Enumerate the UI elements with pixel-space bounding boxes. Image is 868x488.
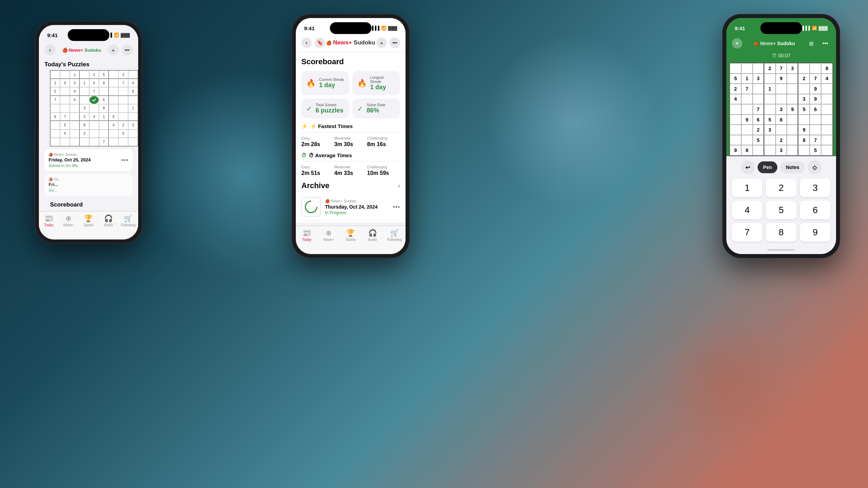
p3-cell-6-7[interactable] (810, 125, 821, 135)
phone3-notes-button[interactable]: Notes (780, 161, 805, 173)
p3-cell-1-1[interactable]: 1 (741, 74, 753, 84)
phone2-tab-following[interactable]: 🛒 Following (387, 229, 402, 242)
p3-cell-7-0[interactable] (730, 135, 741, 145)
phone3-erase-button[interactable]: ◇ (808, 160, 821, 174)
phone2-more-button[interactable]: ••• (390, 37, 400, 48)
p3-cell-5-2[interactable]: 6 (753, 115, 764, 125)
p3-cell-5-1[interactable]: 9 (741, 115, 753, 125)
p3-cell-7-6[interactable]: 8 (798, 135, 810, 145)
p3-cell-2-8[interactable] (821, 84, 833, 94)
p3-cell-8-3[interactable] (764, 145, 776, 155)
phone2-back-button[interactable]: ‹ (301, 37, 312, 48)
p3-cell-4-6[interactable]: 5 (798, 104, 810, 115)
p3-cell-3-4[interactable] (776, 94, 787, 104)
p3-cell-6-2[interactable]: 2 (753, 125, 764, 135)
p3-cell-6-4[interactable] (776, 125, 787, 135)
p3-cell-3-5[interactable] (787, 94, 798, 104)
p3-cell-3-6[interactable]: 3 (798, 94, 810, 104)
phone1-add-button[interactable]: + (108, 44, 119, 56)
p3-cell-1-7[interactable]: 7 (810, 74, 821, 84)
p3-cell-2-1[interactable]: 7 (741, 84, 753, 94)
p3-cell-4-7[interactable]: 6 (810, 104, 821, 115)
p3-cell-4-3[interactable] (764, 104, 776, 115)
archive-chevron-icon[interactable]: › (398, 182, 400, 190)
p3-cell-0-0[interactable] (730, 63, 741, 74)
p3-cell-1-5[interactable] (787, 74, 798, 84)
phone2-bookmark-button[interactable]: 🔖 (315, 37, 325, 48)
p3-cell-3-1[interactable] (741, 94, 753, 104)
p3-cell-2-2[interactable] (753, 84, 764, 94)
phone3-undo-button[interactable]: ↩ (741, 160, 755, 174)
p3-cell-8-4[interactable]: 3 (776, 145, 787, 155)
phone1-puzzle-more-1[interactable]: ••• (121, 156, 128, 164)
p3-cell-2-3[interactable]: 1 (764, 84, 776, 94)
p3-cell-1-0[interactable]: 5 (730, 74, 741, 84)
p3-cell-0-4[interactable]: 7 (776, 63, 787, 74)
p3-cell-7-7[interactable]: 7 (810, 135, 821, 145)
phone1-puzzle-card-1[interactable]: 🍎 News+ Sudoku Friday, Oct 25, 2024 Solv… (44, 149, 133, 171)
p3-cell-7-2[interactable]: 5 (753, 135, 764, 145)
phone3-num-7[interactable]: 7 (732, 223, 762, 242)
p3-cell-3-8[interactable] (821, 94, 833, 104)
phone3-num-2[interactable]: 2 (766, 178, 796, 197)
phone1-back-button[interactable]: ‹ (44, 44, 56, 56)
p3-cell-4-8[interactable] (821, 104, 833, 115)
p3-cell-3-7[interactable]: 9 (810, 94, 821, 104)
p3-cell-4-0[interactable] (730, 104, 741, 115)
p3-cell-7-3[interactable] (764, 135, 776, 145)
p3-cell-8-6[interactable] (798, 145, 810, 155)
p3-cell-4-5[interactable]: 9 (787, 104, 798, 115)
phone1-more-button[interactable]: ••• (122, 44, 133, 56)
p3-cell-5-8[interactable] (821, 115, 833, 125)
p3-cell-7-1[interactable] (741, 135, 753, 145)
phone3-close-button[interactable]: ✕ (732, 38, 742, 49)
phone3-pen-button[interactable]: Pen (758, 161, 778, 173)
p3-cell-2-5[interactable] (787, 84, 798, 94)
p3-cell-4-4[interactable]: 3 (776, 104, 787, 115)
phone2-archive-item-2[interactable]: 2 🍎 News+ Sudoku Thursday, Oct 24, 2024 … (301, 220, 400, 222)
p3-cell-6-0[interactable] (730, 125, 741, 135)
p3-cell-2-0[interactable]: 2 (730, 84, 741, 94)
phone3-num-6[interactable]: 6 (800, 201, 831, 219)
p3-cell-5-0[interactable] (730, 115, 741, 125)
p3-cell-1-6[interactable]: 2 (798, 74, 810, 84)
p3-cell-2-4[interactable] (776, 84, 787, 94)
p3-cell-6-5[interactable] (787, 125, 798, 135)
p3-cell-1-2[interactable]: 3 (753, 74, 764, 84)
p3-cell-2-7[interactable]: 9 (810, 84, 821, 94)
p3-cell-0-2[interactable] (753, 63, 764, 74)
phone1-tab-audio[interactable]: 🎧 Audio (101, 214, 116, 227)
phone2-tab-audio[interactable]: 🎧 Audio (365, 229, 380, 242)
p3-cell-6-6[interactable]: 9 (798, 125, 810, 135)
phone2-tab-sports[interactable]: 🏆 Sports (343, 229, 358, 242)
p3-cell-4-1[interactable] (741, 104, 753, 115)
phone1-tab-following[interactable]: 🛒 Following (120, 214, 136, 227)
phone1-tab-sports[interactable]: 🏆 Sports (81, 214, 96, 227)
p3-cell-5-3[interactable]: 5 (764, 115, 776, 125)
p3-cell-6-1[interactable] (741, 125, 753, 135)
p3-cell-3-3[interactable] (764, 94, 776, 104)
p3-cell-0-7[interactable] (810, 63, 821, 74)
p3-cell-6-3[interactable]: 3 (764, 125, 776, 135)
p3-cell-0-5[interactable]: 3 (787, 63, 798, 74)
p3-cell-5-6[interactable] (798, 115, 810, 125)
p3-cell-0-3[interactable]: 2 (764, 63, 776, 74)
p3-cell-5-4[interactable]: 8 (776, 115, 787, 125)
p3-cell-4-2[interactable]: 7 (753, 104, 764, 115)
p3-cell-5-5[interactable] (787, 115, 798, 125)
p3-cell-8-7[interactable]: 5 (810, 145, 821, 155)
p3-cell-0-8[interactable]: 8 (821, 63, 833, 74)
phone3-num-3[interactable]: 3 (800, 178, 831, 197)
p3-cell-1-8[interactable]: 4 (821, 74, 833, 84)
phone3-num-9[interactable]: 9 (800, 223, 831, 242)
phone3-num-1[interactable]: 1 (732, 178, 762, 197)
phone3-num-5[interactable]: 5 (766, 201, 796, 219)
phone3-more-button[interactable]: ••• (820, 38, 831, 49)
p3-cell-8-0[interactable]: 9 (730, 145, 741, 155)
phone3-grid-button[interactable]: ⊞ (806, 38, 817, 49)
phone3-num-8[interactable]: 8 (766, 223, 796, 242)
phone3-num-4[interactable]: 4 (732, 201, 762, 219)
phone2-tab-newsplus[interactable]: ⊕ News+ (321, 229, 336, 242)
p3-cell-8-5[interactable] (787, 145, 798, 155)
phone1-puzzle-card-2[interactable]: 🍎 Ne... Fri... Sol... (44, 174, 133, 196)
